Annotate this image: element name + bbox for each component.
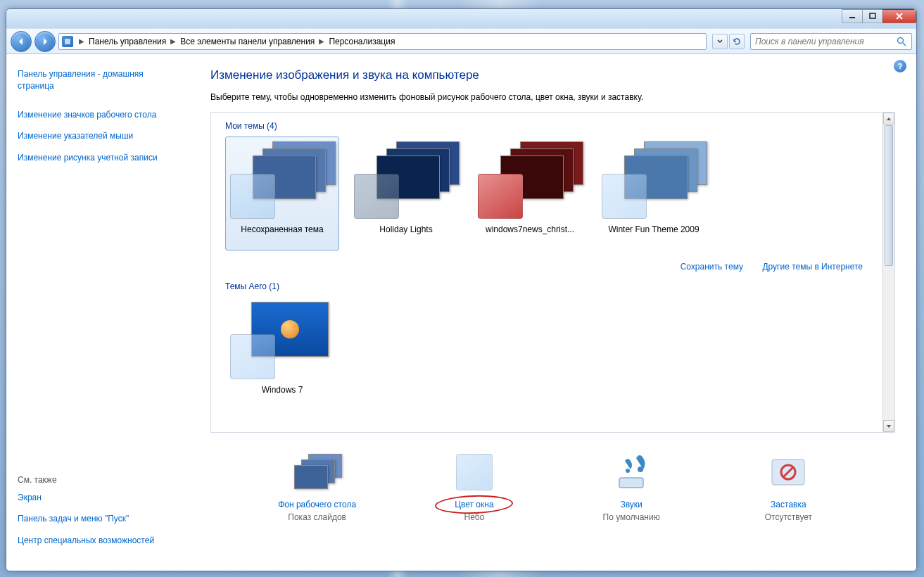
svg-point-8	[626, 469, 630, 473]
maximize-button[interactable]	[862, 9, 883, 23]
theme-item[interactable]: windows7news_christ...	[473, 137, 587, 251]
search-box[interactable]	[750, 33, 912, 50]
forward-button[interactable]	[34, 31, 56, 52]
color-icon	[450, 454, 499, 493]
setting-value: Небо	[404, 512, 545, 522]
theme-label: Windows 7	[230, 385, 334, 406]
svg-rect-4	[65, 39, 70, 44]
chevron-right-icon: ▶	[77, 37, 86, 45]
back-button[interactable]	[11, 31, 32, 52]
themes-panel: Мои темы (4) Несохраненная темаHoliday L…	[210, 112, 895, 433]
group-aero-label: Темы Aero (1)	[225, 281, 880, 291]
window-color-swatch	[478, 174, 523, 219]
theme-thumbnail	[230, 141, 336, 219]
theme-label: Несохраненная тема	[230, 224, 334, 246]
svg-rect-7	[619, 478, 643, 488]
chevron-right-icon: ▶	[317, 37, 326, 45]
svg-line-6	[903, 43, 906, 46]
sidebar-link[interactable]: Изменение указателей мыши	[18, 130, 178, 142]
theme-label: Holiday Lights	[354, 224, 458, 246]
main-panel: ? Изменение изображения и звука на компь…	[189, 54, 916, 571]
theme-item[interactable]: Holiday Lights	[349, 137, 463, 251]
setting-sound[interactable]: ЗвукиПо умолчанию	[561, 454, 702, 522]
setting-link[interactable]: Цвет окна	[455, 500, 493, 509]
chevron-right-icon: ▶	[169, 37, 177, 45]
page-title: Изменение изображения и звука на компьют…	[210, 68, 895, 82]
theme-thumbnail	[230, 302, 336, 379]
theme-item[interactable]: Windows 7	[225, 297, 339, 411]
scroll-thumb[interactable]	[885, 125, 893, 266]
sidebar-home-link[interactable]: Панель управления - домашняя страница	[18, 68, 178, 92]
window: ▶ Панель управления ▶ Все элементы панел…	[6, 8, 917, 571]
sidebar: Панель управления - домашняя страница Из…	[6, 54, 189, 571]
theme-thumbnail	[354, 141, 460, 219]
window-color-swatch	[602, 174, 647, 219]
online-themes-link[interactable]: Другие темы в Интернете	[762, 262, 863, 272]
setting-link[interactable]: Звуки	[561, 500, 702, 509]
sidebar-link[interactable]: Изменение значков рабочего стола	[18, 109, 178, 121]
sidebar-footer-link[interactable]: Центр специальных возможностей	[18, 535, 178, 547]
window-color-swatch	[230, 334, 275, 379]
wallpaper-icon	[293, 454, 342, 493]
setting-wall[interactable]: Фон рабочего столаПоказ слайдов	[247, 454, 388, 522]
svg-point-5	[898, 37, 904, 43]
setting-saver[interactable]: ЗаставкаОтсутствует	[718, 454, 859, 522]
address-bar[interactable]: ▶ Панель управления ▶ Все элементы панел…	[58, 33, 707, 50]
scrollbar[interactable]	[882, 113, 894, 432]
refresh-button[interactable]	[729, 34, 745, 49]
theme-item[interactable]: Несохраненная тема	[225, 137, 339, 251]
dropdown-history-button[interactable]	[712, 34, 728, 49]
help-icon[interactable]: ?	[894, 60, 906, 72]
sidebar-footer-link[interactable]: Панель задач и меню "Пуск"	[18, 513, 178, 525]
theme-item[interactable]: Winter Fun Theme 2009	[597, 137, 711, 251]
scroll-up-button[interactable]	[883, 113, 894, 125]
setting-value: Показ слайдов	[247, 512, 388, 522]
save-theme-link[interactable]: Сохранить тему	[681, 262, 743, 272]
sidebar-footer-link[interactable]: Экран	[18, 492, 178, 504]
breadcrumb-item[interactable]: Все элементы панели управления	[177, 37, 317, 46]
setting-icon	[607, 454, 656, 493]
setting-value: По умолчанию	[561, 512, 702, 522]
page-description: Выберите тему, чтобы одновременно измени…	[210, 92, 895, 102]
svg-rect-1	[870, 13, 875, 18]
group-my-themes-label: Мои темы (4)	[225, 121, 880, 131]
setting-link[interactable]: Заставка	[718, 500, 859, 509]
setting-link[interactable]: Фон рабочего стола	[247, 500, 388, 509]
minimize-button[interactable]	[842, 9, 863, 23]
window-color-swatch	[230, 174, 275, 219]
search-icon[interactable]	[896, 36, 907, 47]
setting-color[interactable]: Цвет окнаНебо	[404, 454, 545, 522]
theme-thumbnail	[602, 141, 707, 219]
setting-icon	[764, 454, 813, 493]
control-panel-icon	[62, 36, 73, 47]
setting-value: Отсутствует	[718, 512, 859, 522]
navbar: ▶ Панель управления ▶ Все элементы панел…	[6, 29, 916, 54]
theme-thumbnail	[478, 141, 583, 219]
breadcrumb-item[interactable]: Панель управления	[86, 37, 169, 46]
titlebar[interactable]	[6, 9, 916, 29]
sidebar-link[interactable]: Изменение рисунка учетной записи	[18, 152, 178, 164]
search-input[interactable]	[755, 37, 896, 46]
theme-label: Winter Fun Theme 2009	[602, 224, 706, 246]
svg-point-9	[638, 467, 643, 472]
window-color-swatch	[354, 174, 399, 219]
close-button[interactable]	[882, 9, 916, 23]
breadcrumb-item[interactable]: Персонализация	[326, 37, 398, 46]
theme-label: windows7news_christ...	[478, 224, 582, 246]
scroll-down-button[interactable]	[883, 420, 894, 432]
sidebar-seealso-label: См. также	[18, 475, 178, 485]
